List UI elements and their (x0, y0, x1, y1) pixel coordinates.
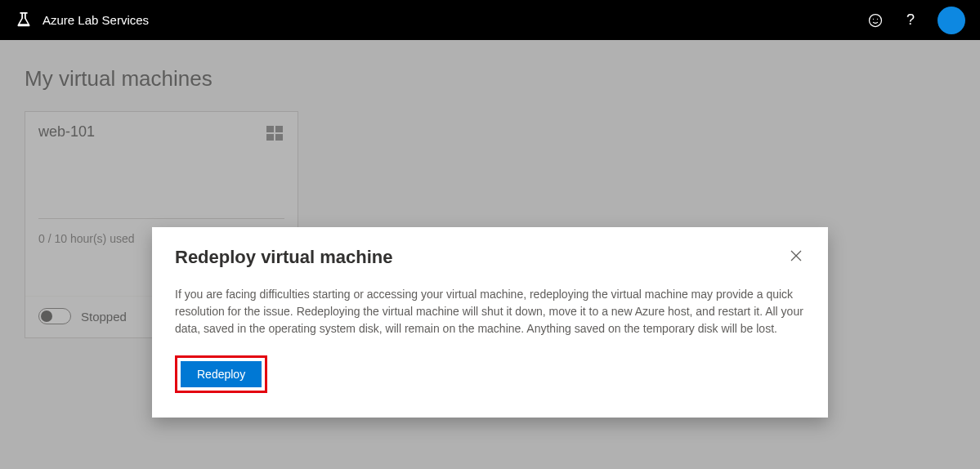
redeploy-button-highlight: Redeploy (175, 355, 267, 393)
dialog-body: If you are facing difficulties starting … (175, 286, 804, 337)
page-title: My virtual machines (25, 66, 955, 92)
dialog-title: Redeploy virtual machine (175, 247, 393, 268)
svg-rect-5 (266, 134, 274, 141)
vm-card-header: web-101 (25, 112, 298, 218)
brand-title: Azure Lab Services (43, 13, 149, 27)
svg-point-1 (873, 18, 874, 19)
windows-icon (265, 123, 284, 143)
redeploy-button[interactable]: Redeploy (181, 361, 262, 387)
svg-rect-3 (266, 126, 274, 132)
user-avatar[interactable] (937, 7, 965, 34)
toggle-knob (41, 310, 52, 322)
feedback-icon[interactable] (867, 12, 884, 29)
help-icon[interactable]: ? (906, 11, 915, 29)
svg-point-0 (869, 14, 881, 26)
brand-area: Azure Lab Services (15, 11, 149, 29)
power-toggle[interactable] (38, 308, 71, 324)
topbar-actions: ? (867, 7, 965, 34)
vm-name: web-101 (38, 123, 95, 141)
svg-rect-4 (275, 126, 283, 132)
top-bar: Azure Lab Services ? (0, 0, 980, 40)
vm-status: Stopped (81, 310, 127, 324)
svg-rect-6 (275, 134, 283, 141)
azure-lab-icon (15, 11, 33, 29)
svg-point-2 (877, 18, 878, 19)
dialog-header: Redeploy virtual machine (175, 247, 805, 268)
close-icon[interactable] (787, 247, 805, 268)
redeploy-dialog: Redeploy virtual machine If you are faci… (152, 227, 828, 418)
